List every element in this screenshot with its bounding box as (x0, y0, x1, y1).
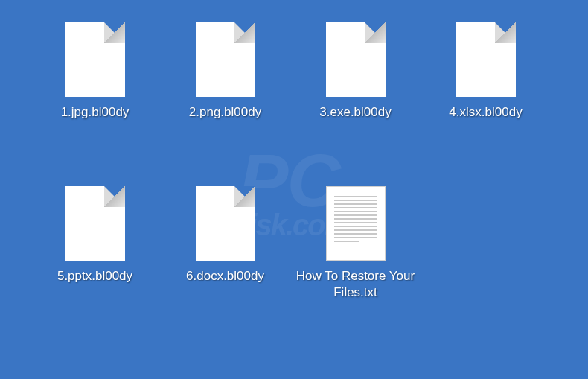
file-item[interactable]: 1.jpg.bl00dy (30, 15, 160, 164)
blank-file-icon (65, 186, 125, 261)
file-item[interactable]: 3.exe.bl00dy (290, 15, 421, 164)
blank-file-icon (65, 22, 125, 97)
file-label: 1.jpg.bl00dy (61, 104, 130, 121)
desktop-area: 1.jpg.bl00dy 2.png.bl00dy 3.exe.bl00dy 4… (0, 0, 588, 343)
file-label: 5.pptx.bl00dy (57, 268, 132, 284)
text-lines-decoration (334, 196, 377, 242)
file-item[interactable]: 4.xlsx.bl00dy (421, 15, 551, 164)
blank-file-icon (196, 186, 255, 261)
blank-file-icon (196, 22, 255, 97)
file-label: 3.exe.bl00dy (319, 104, 391, 121)
file-label: How To Restore Your Files.txt (294, 268, 417, 301)
file-label: 2.png.bl00dy (189, 104, 261, 121)
blank-file-icon (456, 22, 516, 97)
file-item[interactable]: How To Restore Your Files.txt (290, 179, 421, 328)
file-item[interactable]: 5.pptx.bl00dy (30, 179, 160, 328)
file-item[interactable]: 6.docx.bl00dy (160, 179, 290, 328)
text-file-icon (326, 186, 386, 261)
file-label: 6.docx.bl00dy (186, 268, 264, 284)
blank-file-icon (326, 22, 386, 97)
file-item[interactable]: 2.png.bl00dy (160, 15, 290, 164)
file-label: 4.xlsx.bl00dy (449, 104, 522, 121)
